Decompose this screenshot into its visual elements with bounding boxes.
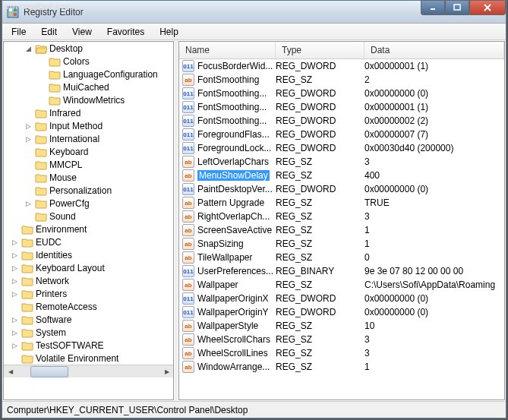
expand-icon[interactable]	[24, 212, 33, 221]
tree-item[interactable]: ▷Printers	[4, 287, 173, 300]
expand-icon[interactable]	[24, 147, 33, 156]
value-row[interactable]: 011FontSmoothing...REG_DWORD0x00000000 (…	[179, 87, 504, 100]
tree-item[interactable]: ▷Network	[4, 274, 173, 287]
expand-icon[interactable]	[37, 83, 46, 92]
expand-icon[interactable]: ◢	[24, 44, 33, 53]
tree-item[interactable]: Colors	[4, 55, 173, 68]
value-row[interactable]: 011WallpaperOriginYREG_DWORD0x00000000 (…	[179, 305, 504, 319]
tree-item[interactable]: MuiCached	[4, 81, 173, 93]
expand-icon[interactable]	[37, 96, 46, 105]
tree-hscrollbar[interactable]: ◀ ▶	[4, 365, 173, 377]
tree-item[interactable]: ▷Keyboard Layout	[4, 261, 173, 274]
list-pane[interactable]: Name Type Data 011FocusBorderWid...REG_D…	[178, 41, 505, 400]
expand-icon[interactable]: ▷	[24, 134, 33, 144]
tree-item[interactable]: ▷Identities	[4, 248, 173, 261]
tree-item[interactable]: Personalization	[4, 184, 173, 197]
window: Registry Editor File Edit View Favorites…	[2, 0, 506, 418]
scroll-thumb[interactable]	[30, 366, 68, 377]
tree-item[interactable]: WindowMetrics	[4, 93, 173, 106]
value-row[interactable]: abWallpaperStyleREG_SZ10	[179, 319, 504, 333]
tree-item[interactable]: Volatile Environment	[4, 352, 173, 365]
expand-icon[interactable]: ▷	[24, 199, 33, 208]
value-row[interactable]: abLeftOverlapCharsREG_SZ3	[179, 155, 504, 169]
tree-item[interactable]: ▷TestSOFTWARE	[4, 339, 173, 352]
expand-icon[interactable]: ▷	[10, 289, 19, 298]
tree-item[interactable]: ▷Software	[4, 313, 173, 326]
value-type: REG_DWORD	[276, 307, 364, 317]
value-row[interactable]: 011UserPreferences...REG_BINARY9e 3e 07 …	[179, 264, 504, 278]
tree-item[interactable]: ▷International	[4, 132, 173, 145]
expand-icon[interactable]	[24, 186, 33, 195]
expand-icon[interactable]: ▷	[10, 238, 19, 247]
tree-pane[interactable]: ◢DesktopColorsLanguageConfigurationMuiCa…	[3, 41, 174, 400]
expand-icon[interactable]: ▷	[10, 276, 19, 286]
value-row[interactable]: abMenuShowDelayREG_SZ400	[179, 169, 504, 182]
expand-icon[interactable]: ▷	[10, 251, 19, 260]
value-row[interactable]: abSnapSizingREG_SZ1	[179, 237, 504, 251]
value-row[interactable]: abScreenSaveActiveREG_SZ1	[179, 223, 504, 237]
tree-item[interactable]: ◢Desktop	[4, 42, 173, 55]
tree-item[interactable]: ▷EUDC	[4, 235, 173, 248]
value-row[interactable]: 011PaintDesktopVer...REG_DWORD0x00000000…	[179, 182, 504, 196]
titlebar[interactable]: Registry Editor	[2, 1, 506, 24]
column-name[interactable]: Name	[179, 42, 276, 58]
menu-edit[interactable]: Edit	[33, 25, 65, 39]
tree-item[interactable]: RemoteAccess	[4, 300, 173, 313]
expand-icon[interactable]	[10, 225, 19, 234]
tree-item[interactable]: Infrared	[4, 106, 173, 119]
scroll-right-icon[interactable]: ▶	[160, 365, 173, 378]
value-row[interactable]: abPattern UpgradeREG_SZTRUE	[179, 196, 504, 210]
menu-file[interactable]: File	[4, 25, 33, 39]
expand-icon[interactable]: ▷	[10, 315, 19, 324]
value-row[interactable]: 011ForegroundFlas...REG_DWORD0x00000007 …	[179, 128, 504, 141]
scroll-left-icon[interactable]: ◀	[4, 365, 17, 378]
value-row[interactable]: 011FontSmoothing...REG_DWORD0x00000001 (…	[179, 100, 504, 114]
maximize-button[interactable]	[445, 0, 469, 15]
tree-item[interactable]: Sound	[4, 210, 173, 223]
menu-favorites[interactable]: Favorites	[99, 25, 152, 39]
value-row[interactable]: abTileWallpaperREG_SZ0	[179, 251, 504, 264]
value-row[interactable]: 011FocusBorderWid...REG_DWORD0x00000001 …	[179, 59, 504, 73]
expand-icon[interactable]	[37, 70, 46, 79]
value-row[interactable]: 011WallpaperOriginXREG_DWORD0x00000000 (…	[179, 292, 504, 305]
value-row[interactable]: 011ForegroundLock...REG_DWORD0x00030d40 …	[179, 141, 504, 155]
tree-item[interactable]: Environment	[4, 223, 173, 235]
expand-icon[interactable]	[10, 354, 19, 363]
value-row[interactable]: abFontSmoothingREG_SZ2	[179, 73, 504, 87]
expand-icon[interactable]	[24, 160, 33, 169]
tree-item[interactable]: ▷System	[4, 326, 173, 339]
menu-view[interactable]: View	[65, 25, 99, 39]
expand-icon[interactable]: ▷	[10, 328, 19, 337]
value-row[interactable]: abWindowArrange...REG_SZ1	[179, 360, 504, 374]
minimize-button[interactable]	[421, 0, 445, 15]
binary-value-icon: 011	[182, 101, 194, 113]
expand-icon[interactable]	[10, 302, 19, 311]
value-type: REG_SZ	[276, 348, 364, 358]
expand-icon[interactable]	[24, 173, 33, 182]
expand-icon[interactable]: ▷	[24, 122, 33, 131]
value-data: 1	[364, 238, 504, 249]
tree-item[interactable]: Mouse	[4, 171, 173, 184]
value-name-cell: abWheelScrollLines	[182, 347, 276, 359]
close-button[interactable]	[469, 0, 506, 15]
splitter[interactable]	[175, 40, 178, 401]
expand-icon[interactable]: ▷	[10, 341, 19, 350]
column-data[interactable]: Data	[364, 42, 504, 58]
value-row[interactable]: abRightOverlapCh...REG_SZ3	[179, 210, 504, 223]
expand-icon[interactable]	[24, 109, 33, 118]
value-data: 0x00000000 (0)	[364, 184, 504, 194]
tree-item[interactable]: Keyboard	[4, 145, 173, 158]
tree-item[interactable]: LanguageConfiguration	[4, 68, 173, 81]
value-row[interactable]: abWallpaperREG_SZC:\Users\Sofi\AppData\R…	[179, 278, 504, 292]
value-row[interactable]: 011FontSmoothing...REG_DWORD0x00000002 (…	[179, 114, 504, 128]
tree-item[interactable]: MMCPL	[4, 158, 173, 171]
tree-item[interactable]: ▷PowerCfg	[4, 197, 173, 210]
expand-icon[interactable]	[37, 57, 46, 66]
value-row[interactable]: abWheelScrollCharsREG_SZ3	[179, 333, 504, 346]
expand-icon[interactable]: ▷	[10, 264, 19, 273]
tree-item[interactable]: ▷Input Method	[4, 119, 173, 132]
column-type[interactable]: Type	[276, 42, 364, 58]
value-row[interactable]: abWheelScrollLinesREG_SZ3	[179, 346, 504, 360]
menu-help[interactable]: Help	[152, 25, 186, 39]
string-value-icon: ab	[182, 361, 194, 373]
